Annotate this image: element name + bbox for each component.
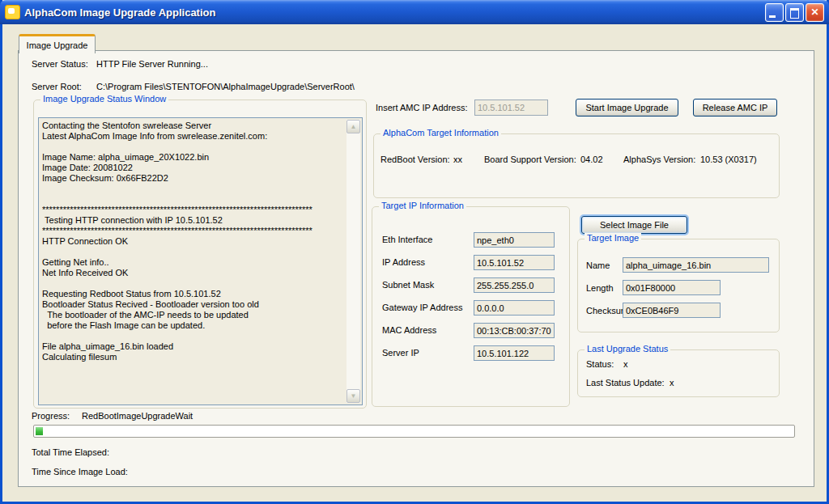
target-info-title: AlphaCom Target Information	[380, 128, 501, 138]
upgrade-log[interactable]: Contacting the Stentofon swrelease Serve…	[38, 117, 363, 405]
board-support-version-label: Board Support Version:	[484, 155, 576, 164]
target-info-group: AlphaCom Target Information RedBoot Vers…	[373, 133, 780, 198]
upgrade-log-text: Contacting the Stentofon swrelease Serve…	[42, 121, 344, 403]
window-body: Image Upgrade Server Status: HTTP File S…	[2, 24, 827, 502]
server-ip-input[interactable]	[474, 345, 555, 361]
alphasys-version-value: 10.53 (X0317)	[700, 155, 757, 164]
status-window-group: Image Upgrade Status Window Contacting t…	[33, 100, 367, 409]
progress-bar-chunk	[36, 427, 43, 435]
amc-ip-input[interactable]	[474, 100, 548, 116]
last-status-value: x	[623, 359, 628, 369]
last-status-label: Status:	[586, 359, 614, 369]
app-icon	[5, 5, 20, 19]
redboot-version-value: xx	[453, 155, 462, 164]
subnet-mask-input[interactable]	[474, 277, 555, 293]
select-image-file-button[interactable]: Select Image File	[581, 216, 687, 234]
eth-interface-input[interactable]	[474, 232, 555, 248]
maximize-icon	[790, 8, 799, 19]
minimize-icon	[769, 15, 776, 18]
last-upgrade-group: Last Upgrade Status Status: x Last Statu…	[577, 349, 780, 397]
image-checksum-input[interactable]	[623, 303, 721, 318]
server-status-label: Server Status:	[32, 59, 88, 69]
window-title: AlphaCom Image Upgrade Application	[24, 6, 765, 19]
tab-page: Server Status: HTTP File Server Running.…	[18, 50, 814, 487]
start-image-upgrade-button[interactable]: Start Image Upgrade	[576, 99, 678, 116]
minimize-button[interactable]	[765, 3, 784, 22]
last-update-label: Last Status Update:	[586, 378, 665, 388]
board-support-version-value: 04.02	[580, 155, 603, 164]
maximize-button[interactable]	[785, 3, 804, 22]
mac-address-label: MAC Address	[382, 325, 436, 335]
server-ip-label: Server IP	[382, 348, 419, 358]
progress-bar	[33, 425, 795, 438]
last-upgrade-title: Last Upgrade Status	[585, 344, 670, 354]
close-button[interactable]: ✕	[806, 3, 824, 22]
scroll-up-button[interactable]: ▲	[346, 120, 360, 133]
alphasys-version-label: AlphaSys Version:	[623, 155, 695, 164]
last-update-value: x	[670, 378, 674, 388]
server-root-label: Server Root:	[32, 82, 82, 91]
server-root-value: C:\Program Files\STENTOFON\AlphaImageUpg…	[96, 82, 355, 91]
release-amc-ip-button[interactable]: Release AMC IP	[693, 99, 777, 116]
target-image-title: Target Image	[585, 233, 641, 243]
insert-amc-ip-label: Insert AMC IP Address:	[376, 103, 468, 112]
gateway-ip-label: Gateway IP Address	[382, 303, 462, 312]
gateway-ip-input[interactable]	[474, 300, 555, 316]
image-length-input[interactable]	[623, 280, 721, 295]
image-length-label: Length	[586, 283, 614, 293]
titlebar[interactable]: AlphaCom Image Upgrade Application ✕	[0, 0, 829, 24]
target-image-group: Target Image Name Length Checksum	[577, 239, 780, 332]
target-ip-group: Target IP Information Eth Interface IP A…	[372, 206, 570, 407]
redboot-version-label: RedBoot Version:	[380, 155, 450, 164]
ip-address-input[interactable]	[474, 255, 555, 270]
log-scrollbar[interactable]: ▲ ▼	[346, 120, 360, 403]
target-ip-title: Target IP Information	[379, 201, 466, 210]
progress-label: Progress:	[32, 411, 70, 421]
ip-address-label: IP Address	[382, 257, 425, 267]
progress-state: RedBootImageUpgradeWait	[82, 411, 193, 421]
server-status-value: HTTP File Server Running...	[96, 59, 208, 69]
mac-address-input[interactable]	[474, 323, 555, 338]
tab-image-upgrade[interactable]: Image Upgrade	[19, 34, 96, 53]
subnet-mask-label: Subnet Mask	[382, 280, 434, 290]
status-window-title: Image Upgrade Status Window	[40, 94, 168, 104]
app-window: AlphaCom Image Upgrade Application ✕ Ima…	[0, 0, 829, 504]
total-time-label: Total Time Elapsed:	[32, 447, 109, 457]
image-name-label: Name	[586, 260, 610, 270]
image-name-input[interactable]	[623, 257, 769, 273]
time-since-label: Time Since Image Load:	[32, 467, 128, 476]
eth-interface-label: Eth Interface	[382, 235, 432, 244]
scroll-down-button[interactable]: ▼	[346, 389, 360, 403]
tab-label: Image Upgrade	[27, 40, 88, 50]
window-controls: ✕	[765, 3, 824, 22]
